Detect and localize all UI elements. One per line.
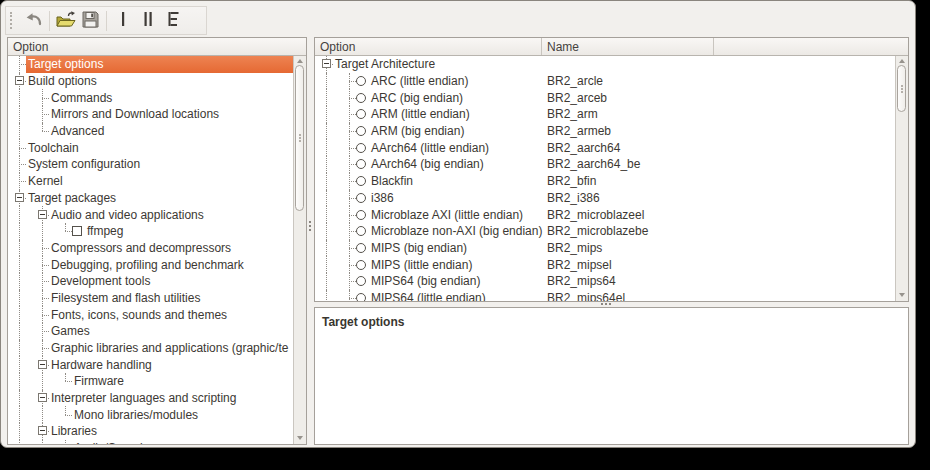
expander-minus-icon[interactable] xyxy=(38,393,47,402)
tree-item-label: MIPS (little endian) xyxy=(369,258,474,272)
left-tree-row[interactable]: Mono libraries/modules xyxy=(8,406,293,423)
tree-row-body: AArch64 (little endian) xyxy=(369,139,895,156)
right-tree-row[interactable]: AArch64 (big endian)BR2_aarch64_be xyxy=(315,156,895,173)
right-tree-row[interactable]: Target Architecture xyxy=(315,56,895,73)
horizontal-splitter-grip[interactable] xyxy=(601,303,603,305)
tree-row-body: Games xyxy=(49,323,293,340)
left-tree-row[interactable]: Compressors and decompressors xyxy=(8,240,293,257)
expander-minus-icon[interactable] xyxy=(15,76,24,85)
tree-branch-junction xyxy=(35,390,49,407)
expander-minus-icon[interactable] xyxy=(322,59,331,68)
left-tree-row[interactable]: Interpreter languages and scripting xyxy=(8,390,293,407)
right-tree-row[interactable]: ARC (big endian)BR2_arceb xyxy=(315,89,895,106)
tree-branch-line xyxy=(12,290,35,307)
left-tree-row[interactable]: Games xyxy=(8,323,293,340)
left-tree-row[interactable]: Commands xyxy=(8,89,293,106)
scrollbar-thumb[interactable] xyxy=(897,65,906,112)
tree-branch-line xyxy=(319,273,342,290)
scroll-up-arrow-icon[interactable] xyxy=(297,59,303,63)
right-tree-row[interactable]: MIPS (little endian)BR2_mipsel xyxy=(315,256,895,273)
left-tree-row[interactable]: Libraries xyxy=(8,423,293,440)
right-tree-row[interactable]: Microblaze non-AXI (big endian)BR2_micro… xyxy=(315,223,895,240)
left-tree-row[interactable]: ffmpeg xyxy=(8,223,293,240)
expander-minus-icon[interactable] xyxy=(38,210,47,219)
left-tree-row[interactable]: Fonts, icons, sounds and themes xyxy=(8,306,293,323)
left-tree-row[interactable]: Audio and video applications xyxy=(8,206,293,223)
tree-row-body: Mirrors and Download locations xyxy=(49,106,293,123)
left-tree-row[interactable]: Graphic libraries and applications (grap… xyxy=(8,340,293,357)
right-tree-row[interactable]: MIPS (big endian)BR2_mips xyxy=(315,240,895,257)
left-tree-row[interactable]: Development tools xyxy=(8,273,293,290)
single-view-button[interactable] xyxy=(110,8,135,33)
left-tree-row[interactable]: Advanced xyxy=(8,123,293,140)
full-view-button[interactable] xyxy=(160,8,185,33)
config-symbol-name: BR2_i386 xyxy=(547,190,600,207)
right-vertical-scrollbar[interactable] xyxy=(895,55,908,301)
radio-icon[interactable] xyxy=(356,276,366,286)
scrollbar-thumb[interactable] xyxy=(295,65,304,211)
left-tree-row[interactable]: Firmware xyxy=(8,373,293,390)
right-tree-row[interactable]: ARM (big endian)BR2_armeb xyxy=(315,123,895,140)
tree-branch-junction xyxy=(35,240,49,257)
expander-minus-icon[interactable] xyxy=(38,426,47,435)
right-tree-row[interactable]: MIPS64 (little endian)BR2_mips64el xyxy=(315,290,895,301)
tree-row-body: Hardware handling xyxy=(49,356,293,373)
left-tree-row[interactable]: Toolchain xyxy=(8,139,293,156)
open-button[interactable] xyxy=(53,8,78,33)
radio-icon[interactable] xyxy=(356,76,366,86)
left-tree-row[interactable]: Hardware handling xyxy=(8,356,293,373)
radio-icon[interactable] xyxy=(356,143,366,153)
left-vertical-scrollbar[interactable] xyxy=(293,55,306,444)
left-tree-row[interactable]: Target options xyxy=(8,56,293,73)
vertical-splitter-grip[interactable] xyxy=(309,221,311,223)
scroll-down-arrow-icon[interactable] xyxy=(899,293,905,297)
radio-icon[interactable] xyxy=(356,193,366,203)
expander-minus-icon[interactable] xyxy=(15,193,24,202)
left-tree-row[interactable]: Build options xyxy=(8,73,293,90)
split-view-button[interactable] xyxy=(135,8,160,33)
scroll-down-arrow-icon[interactable] xyxy=(297,436,303,440)
back-button[interactable] xyxy=(21,8,46,33)
radio-icon[interactable] xyxy=(356,243,366,253)
tree-item-label: MIPS64 (big endian) xyxy=(369,274,482,288)
radio-icon[interactable] xyxy=(356,176,366,186)
save-button[interactable] xyxy=(78,8,103,33)
right-tree-row[interactable]: Microblaze AXI (little endian)BR2_microb… xyxy=(315,206,895,223)
right-tree-row[interactable]: AArch64 (little endian)BR2_aarch64 xyxy=(315,139,895,156)
option-column-header[interactable]: Option xyxy=(8,38,306,55)
radio-icon[interactable] xyxy=(356,126,366,136)
toolbar-drag-handle[interactable] xyxy=(10,12,15,29)
tree-row-body: Target options xyxy=(26,56,293,73)
radio-icon[interactable] xyxy=(356,93,366,103)
right-tree-row[interactable]: BlackfinBR2_bfin xyxy=(315,173,895,190)
right-tree-row[interactable]: ARM (little endian)BR2_arm xyxy=(315,106,895,123)
left-panel-header: Option xyxy=(8,38,306,56)
tree-row-body: Kernel xyxy=(26,173,293,190)
left-tree-row[interactable]: Debugging, profiling and benchmark xyxy=(8,256,293,273)
radio-icon[interactable] xyxy=(356,260,366,270)
right-tree-row[interactable]: MIPS64 (big endian)BR2_mips64 xyxy=(315,273,895,290)
tree-row-body: ffmpeg xyxy=(85,223,293,240)
left-tree-row[interactable]: Audio/Sound xyxy=(8,440,293,444)
left-tree-row[interactable]: Target packages xyxy=(8,190,293,207)
tree-branch-line xyxy=(12,106,35,123)
tree-item-label: Microblaze non-AXI (big endian) xyxy=(369,224,544,238)
radio-icon[interactable] xyxy=(356,109,366,119)
scroll-up-arrow-icon[interactable] xyxy=(899,59,905,63)
checkbox-icon[interactable] xyxy=(72,226,82,236)
left-tree-row[interactable]: Kernel xyxy=(8,173,293,190)
tree-branch-junction xyxy=(342,73,356,90)
radio-icon[interactable] xyxy=(356,293,366,301)
left-tree-row[interactable]: Filesystem and flash utilities xyxy=(8,290,293,307)
name-column-header[interactable]: Name xyxy=(542,38,714,55)
left-tree-row[interactable]: System configuration xyxy=(8,156,293,173)
option-column-header[interactable]: Option xyxy=(315,38,542,55)
radio-icon[interactable] xyxy=(356,210,366,220)
right-tree-row[interactable]: ARC (little endian)BR2_arcle xyxy=(315,73,895,90)
left-tree-row[interactable]: Mirrors and Download locations xyxy=(8,106,293,123)
radio-icon[interactable] xyxy=(356,159,366,169)
radio-icon[interactable] xyxy=(356,226,366,236)
right-tree-row[interactable]: i386BR2_i386 xyxy=(315,190,895,207)
expander-minus-icon[interactable] xyxy=(38,360,47,369)
options-tree: Target ArchitectureARC (little endian)BR… xyxy=(315,55,895,301)
